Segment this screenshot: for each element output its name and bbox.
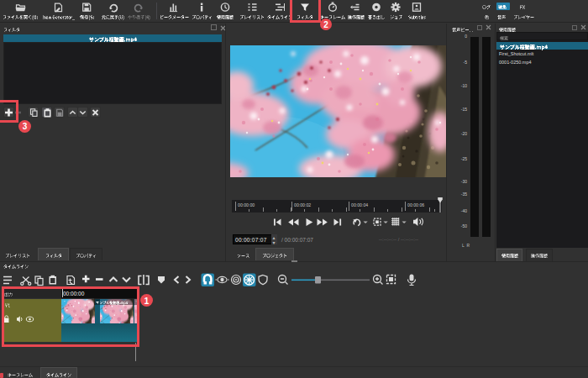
svg-text:00:00:02: 00:00:02 — [294, 202, 311, 207]
svg-text:00:00:04: 00:00:04 — [351, 202, 368, 207]
svg-text:00:00:06: 00:00:06 — [407, 202, 424, 207]
svg-text:00:00:00: 00:00:00 — [238, 202, 255, 207]
